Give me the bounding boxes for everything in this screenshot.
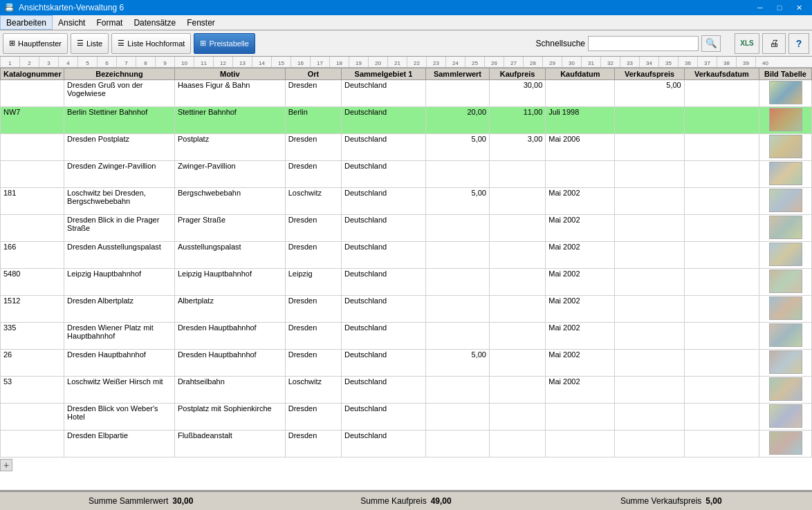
col-header-verkaufsdatum[interactable]: Verkaufsdatum [684,68,759,80]
col-header-bild[interactable]: Bild Tabelle [759,68,812,80]
cell-sammlerwert [425,296,489,323]
table-row[interactable]: 181 Loschwitz bei Dresden, Bergschwebeba… [1,188,812,215]
table-row[interactable]: 26 Dresden Hauptbahnhof Dresden Hauptbah… [1,350,812,377]
ruler: 1234567891011121314151617181920212223242… [0,57,812,68]
menu-ansicht[interactable]: Ansicht [53,15,91,30]
ruler-mark: 19 [349,57,368,67]
menu-format[interactable]: Format [91,15,128,30]
cell-verkaufspreis: 5,00 [615,80,684,107]
cell-katalognummer: 166 [1,242,64,269]
add-row-button[interactable]: + [0,459,12,471]
ruler-mark: 13 [232,57,252,67]
col-header-sammelgebiet[interactable]: Sammelgebiet 1 [342,68,426,80]
cell-verkaufsdatum [684,242,759,269]
cell-kaufpreis [490,215,546,242]
liste-button[interactable]: ☰ Liste [71,33,109,54]
col-header-katalognummer[interactable]: Katalognummer 1 [1,68,64,80]
liste-icon: ☰ [77,39,84,48]
col-header-bezeichnung[interactable]: Bezeichnung [64,68,175,80]
close-button[interactable]: ✕ [790,2,808,13]
cell-bild [759,269,812,296]
menu-bearbeiten[interactable]: Bearbeiten [0,15,53,30]
cell-sammelgebiet: Deutschland [342,323,426,350]
cell-verkaufsdatum [684,80,759,107]
thumbnail [769,189,802,212]
cell-kaufdatum: Juli 1998 [546,107,615,134]
cell-sammlerwert [425,215,489,242]
cell-kaufdatum: Mai 2002 [546,188,615,215]
col-header-kaufpreis[interactable]: Kaufpreis [490,68,546,80]
table-row[interactable]: 5480 Leipzig Hauptbahnhof Leipzig Hauptb… [1,269,812,296]
cell-motiv: Zwinger-Pavillion [174,161,285,188]
table-row[interactable]: 1512 Dresden Albertplatz Albertplatz Dre… [1,296,812,323]
cell-sammelgebiet: Deutschland [342,161,426,188]
table-row[interactable]: Dresden Postplatz Postplatz Dresden Deut… [1,134,812,161]
liste-hochformat-button[interactable]: ☰ Liste Hochformat [111,33,191,54]
table-row[interactable]: 335 Dresden Wiener Platz mit Hauptbahnho… [1,323,812,350]
schnellsuche-input[interactable] [588,36,699,51]
menu-fenster[interactable]: Fenster [181,15,221,30]
data-table: Katalognummer 1 Bezeichnung Motiv Ort Sa… [0,68,812,457]
cell-bezeichnung: Dresden Postplatz [64,134,175,161]
table-row[interactable]: Dresden Zwinger-Pavillion Zwinger-Pavill… [1,161,812,188]
table-row[interactable]: Dresden Gruß von der Vogelwiese Haases F… [1,80,812,107]
cell-verkaufspreis [615,350,684,377]
print-button[interactable]: 🖨 [762,33,786,54]
cell-ort: Dresden [285,296,341,323]
minimize-button[interactable]: ─ [751,2,769,13]
table-row[interactable]: Dresden Elbpartie Flußbadeanstalt Dresde… [1,431,812,457]
table-row[interactable]: 53 Loschwitz Weißer Hirsch mit Drahtseil… [1,377,812,404]
cell-katalognummer [1,134,64,161]
cell-ort: Berlin [285,107,341,134]
col-header-kaufdatum[interactable]: Kaufdatum [546,68,615,80]
summe-sammlerwert-label: Summe Sammlerwert [89,496,168,506]
cell-sammelgebiet: Deutschland [342,242,426,269]
col-header-verkaufspreis[interactable]: Verkaufspreis [615,68,684,80]
ruler-mark: 9 [155,57,174,67]
cell-verkaufsdatum [684,323,759,350]
menu-datensaetze[interactable]: Datensätze [128,15,181,30]
table-row[interactable]: NW7 Berlin Stettiner Bahnhof Stettiner B… [1,107,812,134]
menu-bar: Bearbeiten Ansicht Format Datensätze Fen… [0,15,812,30]
ruler-mark: 30 [562,57,581,67]
table-row[interactable]: Dresden Blick von Weber's Hotel Postplat… [1,404,812,431]
cell-bild [759,323,812,350]
xls-icon: XLS [740,39,753,47]
col-header-ort[interactable]: Ort [285,68,341,80]
cell-verkaufspreis [615,107,684,134]
ruler-mark: 34 [639,57,658,67]
cell-verkaufsdatum [684,161,759,188]
cell-kaufpreis [490,404,546,431]
cell-bezeichnung: Berlin Stettiner Bahnhof [64,107,175,134]
window-title: Ansichtskarten-Verwaltung 6 [19,3,124,12]
cell-kaufpreis: 30,00 [490,80,546,107]
cell-sammlerwert [425,431,489,457]
col-header-sammlerwert[interactable]: Sammlerwert [425,68,489,80]
help-button[interactable]: ? [788,33,809,54]
cell-bild [759,350,812,377]
cell-sammelgebiet: Deutschland [342,107,426,134]
table-area[interactable]: Katalognummer 1 Bezeichnung Motiv Ort Sa… [0,68,812,491]
ruler-mark: 31 [581,57,600,67]
summe-sammlerwert-value: 30,00 [172,496,193,506]
ruler-mark: 24 [445,57,465,67]
preistabelle-button[interactable]: ⊞ Preistabelle [194,33,255,54]
col-header-motiv[interactable]: Motiv [174,68,285,80]
cell-ort: Dresden [285,215,341,242]
cell-bild [759,134,812,161]
cell-bezeichnung: Dresden Blick in die Prager Straße [64,215,175,242]
xls-button[interactable]: XLS [735,33,759,54]
ruler-mark: 35 [658,57,678,67]
cell-sammelgebiet: Deutschland [342,269,426,296]
maximize-button[interactable]: □ [771,2,788,13]
cell-bezeichnung: Loschwitz bei Dresden, Bergschwebebahn [64,188,175,215]
search-button[interactable]: 🔍 [701,35,721,52]
ruler-mark: 20 [368,57,387,67]
hauptfenster-button[interactable]: ⊞ Hauptfenster [3,33,68,54]
table-row[interactable]: 166 Dresden Ausstellungspalast Ausstellu… [1,242,812,269]
cell-bild [759,404,812,431]
cell-motiv: Dresden Hauptbahnhof [174,350,285,377]
table-row[interactable]: Dresden Blick in die Prager Straße Prage… [1,215,812,242]
thumbnail [769,216,802,239]
cell-ort: Dresden [285,323,341,350]
